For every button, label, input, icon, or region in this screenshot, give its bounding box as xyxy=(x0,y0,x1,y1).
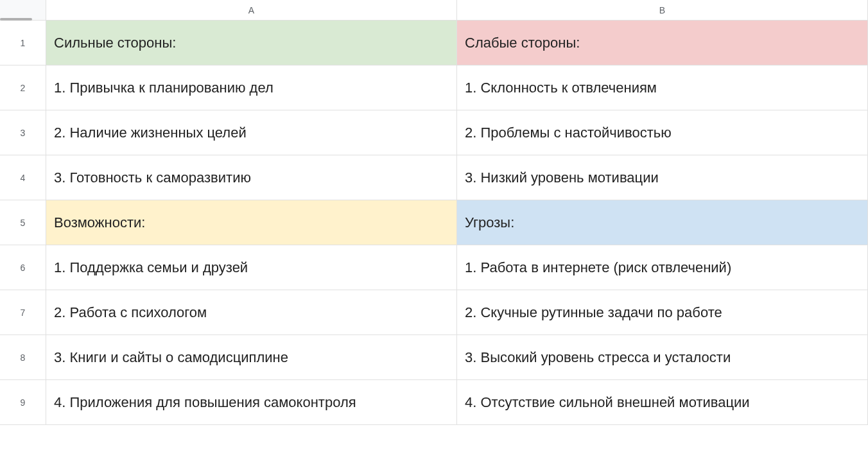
cell-b8[interactable]: 3. Высокий уровень стресса и усталости xyxy=(457,335,868,380)
cell-b6[interactable]: 1. Работа в интернете (риск отвлечений) xyxy=(457,245,868,290)
cell-b1[interactable]: Слабые стороны: xyxy=(457,21,868,65)
row-header-5[interactable]: 5 xyxy=(0,200,46,245)
cell-b4[interactable]: 3. Низкий уровень мотивации xyxy=(457,155,868,200)
cell-b5[interactable]: Угрозы: xyxy=(457,200,868,245)
cell-a4[interactable]: 3. Готовность к саморазвитию xyxy=(46,155,457,200)
column-header-b[interactable]: B xyxy=(457,0,868,21)
row-header-4[interactable]: 4 xyxy=(0,155,46,200)
cell-b9[interactable]: 4. Отсутствие сильной внешней мотивации xyxy=(457,380,868,425)
row-header-7[interactable]: 7 xyxy=(0,290,46,335)
cell-a3[interactable]: 2. Наличие жизненных целей xyxy=(46,110,457,155)
row-header-9[interactable]: 9 xyxy=(0,380,46,425)
row-header-1[interactable]: 1 xyxy=(0,21,46,65)
select-all-corner[interactable] xyxy=(0,0,46,21)
cell-a6[interactable]: 1. Поддержка семьи и друзей xyxy=(46,245,457,290)
row-header-6[interactable]: 6 xyxy=(0,245,46,290)
cell-b2[interactable]: 1. Склонность к отвлечениям xyxy=(457,65,868,110)
cell-a2[interactable]: 1. Привычка к планированию дел xyxy=(46,65,457,110)
column-header-a[interactable]: A xyxy=(46,0,457,21)
row-header-8[interactable]: 8 xyxy=(0,335,46,380)
row-header-2[interactable]: 2 xyxy=(0,65,46,110)
row-header-3[interactable]: 3 xyxy=(0,110,46,155)
cell-a9[interactable]: 4. Приложения для повышения самоконтроля xyxy=(46,380,457,425)
cell-a7[interactable]: 2. Работа с психологом xyxy=(46,290,457,335)
cell-a5[interactable]: Возможности: xyxy=(46,200,457,245)
cell-b7[interactable]: 2. Скучные рутинные задачи по работе xyxy=(457,290,868,335)
cell-a8[interactable]: 3. Книги и сайты о самодисциплине xyxy=(46,335,457,380)
cell-a1[interactable]: Сильные стороны: xyxy=(46,21,457,65)
spreadsheet-grid: A B 1 Сильные стороны: Слабые стороны: 2… xyxy=(0,0,868,425)
cell-b3[interactable]: 2. Проблемы с настойчивостью xyxy=(457,110,868,155)
